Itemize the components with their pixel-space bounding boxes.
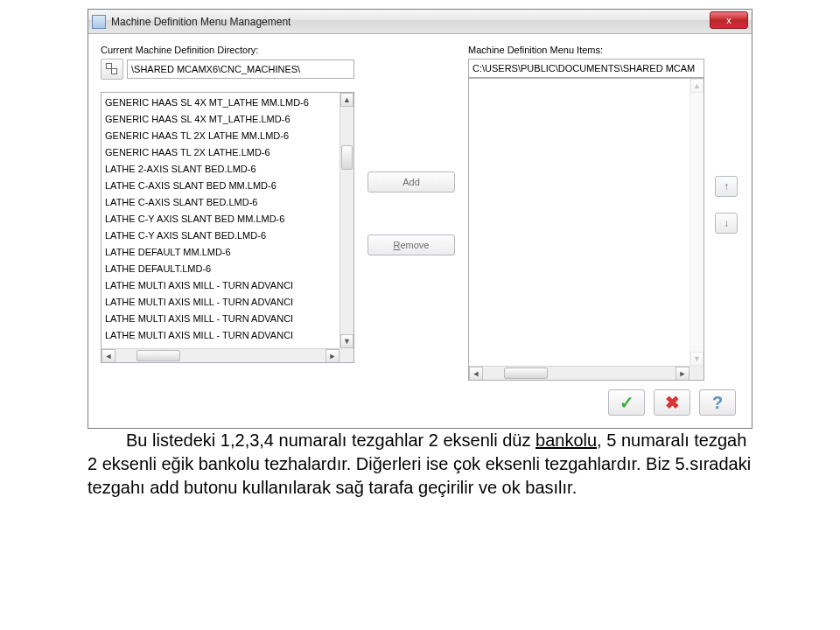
scroll-left-icon[interactable]: ◄ bbox=[102, 349, 116, 363]
scroll-down-icon[interactable]: ▼ bbox=[690, 352, 704, 366]
hscroll-thumb[interactable] bbox=[504, 368, 548, 379]
window-title: Machine Definition Menu Management bbox=[111, 16, 290, 28]
move-up-button[interactable]: ↑ bbox=[715, 176, 738, 197]
caption-comma: , bbox=[597, 430, 602, 450]
scroll-corner bbox=[340, 348, 354, 362]
caption-text: Bu listedeki 1,2,3,4 numaralı tezgahlar … bbox=[88, 429, 752, 500]
check-icon: ✓ bbox=[620, 392, 634, 413]
list-item[interactable]: LATHE C-Y AXIS SLANT BED.LMD-6 bbox=[102, 228, 340, 244]
browse-folder-button[interactable] bbox=[101, 59, 123, 80]
remove-button[interactable]: Remove bbox=[368, 234, 455, 256]
list-item[interactable]: LATHE MULTI AXIS MILL - TURN ADVANCI bbox=[102, 294, 340, 311]
remove-button-label: Remove bbox=[394, 240, 430, 250]
scroll-corner bbox=[690, 366, 704, 380]
arrow-up-icon: ↑ bbox=[724, 180, 729, 192]
app-icon bbox=[92, 15, 106, 29]
horizontal-scrollbar[interactable]: ◄ ► bbox=[102, 348, 340, 362]
scroll-up-icon[interactable]: ▲ bbox=[690, 79, 704, 93]
tree-icon bbox=[106, 63, 118, 75]
x-icon: ✖ bbox=[665, 392, 680, 413]
list-item[interactable]: GENERIC HAAS TL 2X LATHE.LMD-6 bbox=[102, 144, 340, 161]
scroll-down-icon[interactable]: ▼ bbox=[340, 334, 354, 348]
middle-column: Add Remove bbox=[363, 45, 459, 256]
list-item[interactable]: LATHE MULTI AXIS MILL - TURN ADVANCI bbox=[102, 311, 340, 327]
vertical-scrollbar[interactable]: ▲ ▼ bbox=[340, 93, 354, 348]
machine-list[interactable]: GENERIC HAAS SL 4X MT_LATHE MM.LMD-6GENE… bbox=[101, 92, 354, 363]
list-item[interactable]: LATHE DEFAULT.LMD-6 bbox=[102, 261, 340, 277]
list-item[interactable]: LATHE MULTI AXIS MILL - TURN ADVANCI bbox=[102, 327, 340, 344]
list-item[interactable]: LATHE MULTI AXIS MILL - TURN ADVANCI bbox=[102, 277, 340, 294]
right-label: Machine Definition Menu Items: bbox=[468, 45, 704, 55]
horizontal-scrollbar-right[interactable]: ◄ ► bbox=[469, 366, 690, 380]
scroll-up-icon[interactable]: ▲ bbox=[340, 93, 354, 107]
cancel-button[interactable]: ✖ bbox=[654, 389, 690, 416]
caption-part1: Bu listedeki 1,2,3,4 numaralı tezgahlar … bbox=[126, 430, 536, 450]
list-item[interactable]: LATHE C-AXIS SLANT BED MM.LMD-6 bbox=[102, 178, 340, 194]
dialog-window: Machine Definition Menu Management x Cur… bbox=[88, 9, 752, 429]
menu-item-path-input[interactable] bbox=[468, 59, 704, 78]
hscroll-thumb[interactable] bbox=[136, 350, 180, 361]
list-item[interactable]: LATHE C-AXIS SLANT BED.LMD-6 bbox=[102, 194, 340, 211]
list-item[interactable]: LATHE DEFAULT MM.LMD-6 bbox=[102, 244, 340, 261]
list-item[interactable]: GENERIC HAAS SL 4X MT_LATHE MM.LMD-6 bbox=[102, 94, 340, 111]
vertical-scrollbar-right[interactable]: ▲ ▼ bbox=[690, 79, 704, 366]
dialog-footer: ✓ ✖ ? bbox=[101, 381, 739, 419]
titlebar[interactable]: Machine Definition Menu Management x bbox=[88, 10, 752, 34]
caption-underlined: bankolu bbox=[536, 430, 597, 450]
question-icon: ? bbox=[712, 393, 723, 413]
help-button[interactable]: ? bbox=[699, 389, 736, 416]
list-item[interactable]: GENERIC HAAS SL 4X MT_LATHE.LMD-6 bbox=[102, 111, 340, 128]
scroll-left-icon[interactable]: ◄ bbox=[469, 367, 483, 381]
scroll-right-icon[interactable]: ► bbox=[326, 349, 340, 363]
list-item[interactable]: LATHE 2-AXIS SLANT BED.LMD-6 bbox=[102, 161, 340, 178]
scroll-right-icon[interactable]: ► bbox=[676, 367, 690, 381]
add-button-label: Add bbox=[402, 177, 420, 187]
close-button[interactable]: x bbox=[710, 11, 748, 29]
arrow-down-icon: ↓ bbox=[724, 217, 729, 229]
list-item[interactable]: LATHE C-Y AXIS SLANT BED MM.LMD-6 bbox=[102, 211, 340, 228]
left-label: Current Machine Definition Directory: bbox=[101, 45, 354, 55]
right-column: Machine Definition Menu Items: ▲ ▼ ◄ ► bbox=[468, 45, 704, 381]
left-column: Current Machine Definition Directory: GE… bbox=[101, 45, 354, 363]
ok-button[interactable]: ✓ bbox=[608, 389, 645, 416]
scroll-thumb[interactable] bbox=[341, 145, 353, 170]
list-item[interactable]: GENERIC HAAS TL 2X LATHE MM.LMD-6 bbox=[102, 128, 340, 144]
reorder-column: ↑ ↓ bbox=[713, 45, 739, 234]
move-down-button[interactable]: ↓ bbox=[715, 213, 738, 234]
machine-list-items: GENERIC HAAS SL 4X MT_LATHE MM.LMD-6GENE… bbox=[102, 93, 340, 348]
directory-path-input[interactable] bbox=[127, 60, 354, 79]
add-button[interactable]: Add bbox=[368, 172, 455, 192]
menu-items-list[interactable]: ▲ ▼ ◄ ► bbox=[468, 78, 704, 381]
dialog-body: Current Machine Definition Directory: GE… bbox=[88, 34, 752, 428]
menu-items-inner bbox=[469, 79, 690, 366]
